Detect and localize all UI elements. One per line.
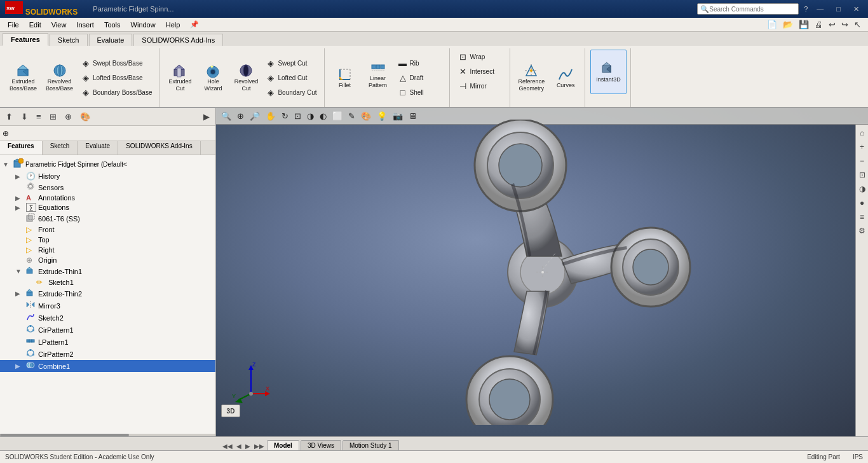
menu-window[interactable]: Window <box>126 20 161 30</box>
menu-pin[interactable]: 📌 <box>185 19 204 30</box>
window-minimize[interactable]: — <box>813 4 827 14</box>
tab-evaluate[interactable]: Evaluate <box>89 34 133 46</box>
tab-nav-fwd[interactable]: ▶ <box>244 442 252 450</box>
mirror-button[interactable]: ⊣ Mirror <box>455 79 506 93</box>
qa-open[interactable]: 📂 <box>781 19 795 30</box>
tree-top[interactable]: ▶ ▷ Top <box>0 235 215 245</box>
tree-cirpattern2[interactable]: ▶ CirPattern2 <box>0 348 215 360</box>
hole-wizard-button[interactable]: ✦ HoleWizard <box>198 55 228 100</box>
search-bar[interactable]: 🔍 <box>697 3 799 15</box>
vp-display-style[interactable]: ◑ <box>304 109 316 123</box>
tree-origin[interactable]: ▶ ⊕ Origin <box>0 255 215 265</box>
vp-scene[interactable]: 💡 <box>374 109 390 123</box>
reference-geometry-button[interactable]: ReferenceGeometry <box>515 55 548 100</box>
window-close[interactable]: ✕ <box>850 4 863 15</box>
menu-insert[interactable]: Insert <box>71 20 99 30</box>
menu-help[interactable]: Help <box>161 20 186 30</box>
tree-sensors[interactable]: ▶ Sensors <box>0 181 215 193</box>
tree-cirpattern1[interactable]: ▶ CirPattern1 <box>0 324 215 336</box>
annotations-expand[interactable]: ▶ <box>15 195 24 202</box>
tree-combine1[interactable]: ▶ Combine1 <box>0 360 215 372</box>
vp-section[interactable]: ⬜ <box>330 109 345 123</box>
vp-zoom-in[interactable]: 🔎 <box>247 109 262 123</box>
tab-addins[interactable]: SOLIDWORKS Add-Ins <box>133 34 223 46</box>
tab-features[interactable]: Features <box>3 33 48 46</box>
3d-view-button[interactable]: 3D <box>221 404 240 417</box>
rib-button[interactable]: ▬ Rib <box>395 56 445 70</box>
panel-scrollbar[interactable] <box>0 434 215 436</box>
equations-expand[interactable]: ▶ <box>15 204 24 211</box>
revolved-boss-base-button[interactable]: RevolvedBoss/Base <box>43 55 76 100</box>
vp-hidden[interactable]: ◐ <box>317 109 329 123</box>
panel-list-btn[interactable]: ≡ <box>33 110 44 123</box>
swept-boss-base-button[interactable]: ◈ Swept Boss/Base <box>78 56 155 70</box>
intersect-button[interactable]: ✕ Intersect <box>455 64 506 78</box>
tree-annotations[interactable]: ▶ A Annotations <box>0 193 215 202</box>
vp-appearance[interactable]: 🎨 <box>358 109 374 123</box>
draft-button[interactable]: △ Draft <box>395 71 445 85</box>
panel-up-btn[interactable]: ⬆ <box>3 110 16 123</box>
tree-root[interactable]: ▼ Parametric Fidget Spinner (Default< <box>0 158 215 171</box>
qa-cursor[interactable]: ↖ <box>852 19 863 30</box>
boundary-boss-base-button[interactable]: ◈ Boundary Boss/Base <box>78 85 155 99</box>
tab-model[interactable]: Model <box>267 440 299 450</box>
vp-pan[interactable]: ✋ <box>263 109 278 123</box>
boundary-cut-button[interactable]: ◈ Boundary Cut <box>262 85 320 99</box>
qa-undo[interactable]: ↩ <box>827 19 837 30</box>
tab-sketch[interactable]: Sketch <box>50 34 88 46</box>
feature-tab-sketch[interactable]: Sketch <box>43 141 78 155</box>
fillet-button[interactable]: Fillet <box>330 55 360 100</box>
vp-zoom-area[interactable]: ⊕ <box>234 109 247 123</box>
revolved-cut-button[interactable]: RevolvedCut <box>231 55 261 100</box>
panel-crosshair-btn[interactable]: ⊕ <box>62 110 75 123</box>
rs-appearance[interactable]: ◑ <box>858 183 867 195</box>
panel-expand-btn[interactable]: ▶ <box>200 110 213 123</box>
vp-zoom-fit[interactable]: 🔍 <box>219 109 234 123</box>
tab-3d-views[interactable]: 3D Views <box>301 440 341 450</box>
rs-zoom-out[interactable]: − <box>858 155 865 167</box>
rs-display[interactable]: ≡ <box>858 211 865 223</box>
qa-redo[interactable]: ↪ <box>839 19 850 30</box>
tab-nav-back[interactable]: ◀ <box>235 442 243 450</box>
extruded-boss-base-button[interactable]: ExtrudedBoss/Base <box>6 55 40 100</box>
rs-zoom-in[interactable]: + <box>858 141 865 153</box>
tree-lpattern1[interactable]: ▶ LPattern1 <box>0 336 215 348</box>
tab-nav-last[interactable]: ▶▶ <box>253 442 266 450</box>
panel-detail-btn[interactable]: ⊞ <box>46 110 60 123</box>
swept-cut-button[interactable]: ◈ Swept Cut <box>262 56 320 70</box>
menu-tools[interactable]: Tools <box>99 20 126 30</box>
menu-edit[interactable]: Edit <box>24 20 46 30</box>
qa-save[interactable]: 💾 <box>797 19 811 30</box>
help-icon[interactable]: ? <box>804 5 808 13</box>
qa-print[interactable]: 🖨 <box>813 19 825 30</box>
wrap-button[interactable]: ⊡ Wrap <box>455 50 506 64</box>
panel-color-btn[interactable]: 🎨 <box>77 110 93 123</box>
qa-new[interactable]: 📄 <box>765 19 779 30</box>
tree-equations[interactable]: ▶ ∑ Equations <box>0 202 215 212</box>
rs-home[interactable]: ⌂ <box>858 127 865 139</box>
rs-settings[interactable]: ⚙ <box>857 225 867 237</box>
vp-rotate[interactable]: ↻ <box>279 109 291 123</box>
vp-3d-draw[interactable]: ✎ <box>346 109 358 123</box>
tree-material[interactable]: ▶ 6061-T6 (SS) <box>0 212 215 225</box>
tree-sketch1[interactable]: ▶ ✏ Sketch1 <box>0 277 215 287</box>
feature-tab-features[interactable]: Features <box>0 141 43 155</box>
extrude-thin2-expand[interactable]: ▶ <box>15 290 24 297</box>
root-expand[interactable]: ▼ <box>3 161 11 168</box>
extruded-cut-button[interactable]: ExtrudedCut <box>165 55 195 100</box>
extrude-thin1-expand[interactable]: ▼ <box>15 268 24 275</box>
tree-sketch2[interactable]: ▶ Sketch2 <box>0 312 215 324</box>
panel-scroll-thumb[interactable] <box>0 434 129 436</box>
feature-tab-addins[interactable]: SOLIDWORKS Add-Ins <box>118 141 200 155</box>
rs-fit[interactable]: ⊡ <box>858 169 867 181</box>
menu-file[interactable]: File <box>3 20 24 30</box>
tree-extrude-thin2[interactable]: ▶ Extrude-Thin2 <box>0 287 215 300</box>
history-expand[interactable]: ▶ <box>15 173 24 180</box>
instant3d-button[interactable]: Instant3D <box>590 50 627 94</box>
feature-tab-evaluate[interactable]: Evaluate <box>78 141 118 155</box>
rs-scene[interactable]: ● <box>858 197 865 209</box>
lofted-cut-button[interactable]: ◈ Lofted Cut <box>262 71 320 85</box>
window-maximize[interactable]: □ <box>832 4 844 14</box>
lofted-boss-base-button[interactable]: ◈ Lofted Boss/Base <box>78 71 155 85</box>
search-input[interactable] <box>709 6 785 13</box>
